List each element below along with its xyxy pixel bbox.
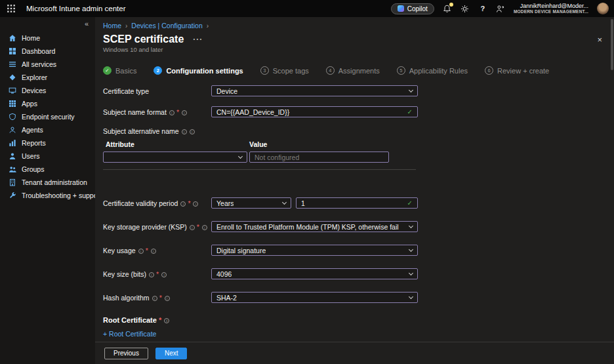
feedback-icon[interactable] [496,4,505,13]
close-icon[interactable] [597,35,602,45]
previous-button[interactable]: Previous [104,348,148,359]
sidebar-item-label: Users [22,152,39,160]
san-value-field[interactable] [255,153,384,161]
step-scope-tags[interactable]: 3 Scope tags [260,66,309,75]
title-row: SCEP certificate [103,33,614,45]
wizard-footer: Previous Next [95,342,614,364]
user-avatar[interactable] [597,3,609,14]
next-button[interactable]: Next [155,348,188,359]
breadcrumb-separator-icon [203,22,213,30]
sidebar-item-groups[interactable]: Groups [0,163,95,176]
form-row-key-usage: Key usage Digital signature [103,245,614,256]
info-icon[interactable] [161,272,167,277]
scrollbar[interactable] [611,19,613,70]
validity-value-field[interactable] [301,199,403,207]
waffle-menu-icon[interactable] [7,4,16,13]
sidebar-item-label: Agents [22,126,43,134]
user-tenant: MODERN DEVICE MANAGEMENT... [514,9,588,14]
form-row-validity-period: Certificate validity period Years [103,197,614,209]
key-size-label: Key size (bits) [103,270,211,278]
breadcrumb-devices-configuration-link[interactable]: Devices | Configuration [131,22,202,30]
copilot-label: Copilot [407,5,428,12]
subject-name-format-field[interactable] [216,108,403,116]
ksp-label: Key storage provider (KSP) [103,223,211,231]
breadcrumb-separator-icon [121,22,131,30]
chevron-down-icon [238,153,243,158]
key-usage-select[interactable]: Digital signature [211,245,418,256]
copilot-button[interactable]: Copilot [391,3,434,14]
info-icon[interactable] [182,129,187,134]
sidebar-item-explorer[interactable]: Explorer [0,71,95,84]
validity-period-label: Certificate validity period [103,199,211,207]
sidebar-item-apps[interactable]: Apps [0,97,95,110]
user-icon [9,152,16,160]
help-icon[interactable] [478,4,487,13]
san-table: Attribute Value [103,140,416,170]
step-label: Configuration settings [166,67,243,75]
form-row-ksp: Key storage provider (KSP) Enroll to Tru… [103,221,614,232]
settings-gear-icon[interactable] [460,4,470,13]
sidebar-item-troubleshooting-support[interactable]: Troubleshooting + support [0,189,95,202]
sidebar-item-tenant-administration[interactable]: Tenant administration [0,176,95,189]
key-size-select[interactable]: 4096 [211,268,418,279]
step-number-icon: 6 [485,66,493,75]
info-icon[interactable] [182,110,187,115]
step-review-create[interactable]: 6 Review + create [485,66,549,75]
sidebar-item-dashboard[interactable]: Dashboard [0,45,95,58]
info-icon[interactable] [149,272,154,277]
step-label: Applicability Rules [409,67,468,75]
validity-unit-select[interactable]: Years [211,197,291,209]
info-icon[interactable] [152,296,157,301]
sidebar-item-devices[interactable]: Devices [0,84,95,97]
info-icon[interactable] [151,249,156,254]
collapse-sidebar-icon[interactable] [85,20,89,28]
sidebar-item-label: Devices [22,87,46,94]
sidebar-item-label: Groups [22,165,44,173]
step-applicability-rules[interactable]: 5 Applicability Rules [397,66,468,75]
notification-badge [449,3,453,7]
certificate-type-label: Certificate type [103,87,211,95]
sidebar-item-users[interactable]: Users [0,150,95,163]
sidebar-item-label: Reports [22,139,46,147]
san-value-input[interactable] [249,152,389,163]
step-label: Basics [115,67,136,75]
san-attribute-select[interactable] [103,152,247,163]
more-menu-icon[interactable] [193,35,203,44]
notifications-bell-icon[interactable] [443,4,452,13]
sidebar-item-home[interactable]: Home [0,31,95,45]
info-icon[interactable] [164,318,169,323]
info-icon[interactable] [165,296,170,301]
sidebar-item-label: Endpoint security [22,113,75,121]
sidebar-item-agents[interactable]: Agents [0,123,95,136]
form-row-certificate-type: Certificate type Device [103,85,614,96]
agent-icon [9,126,16,134]
breadcrumb-home-link[interactable]: Home [103,22,121,30]
ksp-select[interactable]: Enroll to Trusted Platform Module (TPM) … [211,221,418,232]
sidebar-item-all-services[interactable]: All services [0,58,95,71]
info-icon[interactable] [180,201,186,207]
hash-algorithm-select[interactable]: SHA-2 [211,292,418,303]
step-assignments[interactable]: 4 Assignments [326,66,380,75]
step-number-icon: 5 [397,66,405,75]
info-icon[interactable] [190,129,195,134]
info-icon[interactable] [169,110,174,115]
shield-icon [9,113,16,121]
certificate-type-select[interactable]: Device [211,85,418,96]
step-basics[interactable]: ✓ Basics [103,66,136,75]
info-icon[interactable] [193,201,198,207]
sidebar-item-reports[interactable]: Reports [0,136,95,150]
step-configuration-settings[interactable]: 2 Configuration settings [154,66,243,75]
validity-value-input[interactable] [296,197,418,209]
people-icon [9,165,16,173]
sidebar-item-endpoint-security[interactable]: Endpoint security [0,110,95,123]
info-icon[interactable] [190,225,195,230]
info-icon[interactable] [202,225,207,230]
subject-name-format-input[interactable] [211,106,418,117]
add-root-certificate-link[interactable]: + Root Certificate [103,330,156,338]
sidebar: Home Dashboard All services Explorer Dev… [0,17,95,364]
form-row-key-size: Key size (bits) 4096 [103,268,614,279]
account-info[interactable]: JannikReinhard@Moder... MODERN DEVICE MA… [514,3,588,14]
hash-algorithm-label: Hash algorithm [103,294,211,302]
info-icon[interactable] [138,249,144,254]
step-number-icon: 3 [260,66,269,75]
